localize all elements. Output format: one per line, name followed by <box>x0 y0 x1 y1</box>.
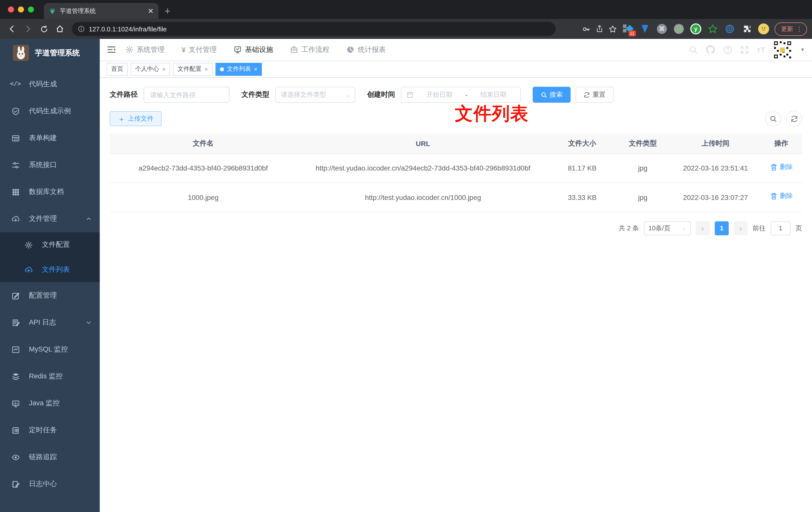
start-date-input[interactable]: 开始日期 <box>417 90 461 99</box>
reload-icon[interactable] <box>37 22 51 36</box>
window-controls[interactable] <box>8 6 34 12</box>
tab-close-icon[interactable]: ✕ <box>148 7 154 15</box>
eye-icon <box>11 453 20 461</box>
tag-个人中心[interactable]: 个人中心× <box>131 63 170 76</box>
extension-record-icon[interactable] <box>673 23 685 35</box>
sidebar-item-label: 配置管理 <box>29 291 92 300</box>
file-type-select[interactable]: 请选择文件类型 ⌄ <box>275 87 355 103</box>
delete-button[interactable]: 删除 <box>770 162 793 173</box>
extension-target-icon[interactable] <box>724 23 736 35</box>
prev-page-button[interactable]: ‹ <box>696 221 710 235</box>
sidebar-item-config-manage[interactable]: 配置管理 <box>0 282 100 309</box>
browser-tab[interactable]: 芋道管理系统 ✕ <box>44 3 158 19</box>
user-avatar[interactable] <box>773 40 792 59</box>
top-menu-report[interactable]: 统计报表 <box>346 45 386 54</box>
next-page-button[interactable]: › <box>734 221 748 235</box>
sidebar-item-file-config[interactable]: 文件配置 <box>0 232 100 257</box>
top-menu-system[interactable]: 系统管理 <box>125 45 165 54</box>
sidebar-item-java-monitor[interactable]: Java 监控 <box>0 390 100 417</box>
tag-label: 文件配置 <box>178 65 202 73</box>
password-key-icon[interactable] <box>582 25 590 33</box>
bookmark-star-icon[interactable] <box>609 25 617 33</box>
top-menu-infra[interactable]: 基础设施 <box>234 45 273 54</box>
sidebar-item-system-api[interactable]: 系统接口 <box>0 152 100 179</box>
github-icon[interactable] <box>705 45 715 54</box>
browser-update-button[interactable]: 更新 ⋮ <box>775 22 807 36</box>
top-menu-pay[interactable]: ¥支付管理 <box>181 45 217 54</box>
top-menu-workflow[interactable]: 工作流程 <box>290 45 329 54</box>
share-icon[interactable] <box>596 25 604 33</box>
goto-page-input[interactable] <box>771 221 790 235</box>
delete-button[interactable]: 删除 <box>770 191 793 202</box>
minimize-window-button[interactable] <box>18 6 24 12</box>
app-window: 芋道管理系统 </>代码生成代码生成示例表单构建系统接口数据库文档文件管理文件配… <box>0 39 812 512</box>
tag-label: 个人中心 <box>135 65 159 73</box>
type-cell: jpg <box>615 154 670 183</box>
profile-avatar-icon[interactable] <box>758 23 770 35</box>
sidebar-item-redis-monitor[interactable]: Redis 监控 <box>0 363 100 390</box>
close-window-button[interactable] <box>8 6 14 12</box>
font-size-icon[interactable]: ᴛT <box>757 46 765 54</box>
pagination: 共 2 条 10条/页 ⌄ ‹ 1 › 前往 页 <box>110 221 802 235</box>
sidebar-item-file-manage[interactable]: 文件管理 <box>0 205 100 232</box>
dashboard-icon <box>346 46 355 54</box>
new-tab-button[interactable]: + <box>165 5 170 17</box>
site-info-icon[interactable] <box>78 25 85 32</box>
column-header: 文件名 <box>110 133 297 154</box>
end-date-input[interactable]: 结束日期 <box>471 90 515 99</box>
schedule-icon <box>11 426 20 434</box>
fullscreen-icon[interactable] <box>740 45 749 54</box>
sidebar-item-log-center[interactable]: 日志中心 <box>0 471 100 498</box>
address-bar[interactable]: 127.0.0.1:1024/infra/file/file <box>72 22 556 36</box>
reset-button[interactable]: 重置 <box>576 87 613 103</box>
column-header: 操作 <box>760 133 802 154</box>
search-icon[interactable] <box>689 45 698 54</box>
home-icon[interactable] <box>53 22 67 36</box>
tag-close-icon[interactable]: × <box>254 65 257 72</box>
extension-y-icon[interactable]: y <box>690 23 702 35</box>
sidebar-item-code-demo[interactable]: 代码生成示例 <box>0 98 100 125</box>
extensions-puzzle-icon[interactable] <box>741 23 753 35</box>
tag-close-icon[interactable]: × <box>204 65 208 72</box>
back-icon[interactable] <box>5 22 19 36</box>
page-size-select[interactable]: 10条/页 ⌄ <box>644 221 691 235</box>
toggle-search-button[interactable] <box>765 111 781 127</box>
tag-首页[interactable]: 首页 <box>107 63 128 76</box>
sidebar-item-job[interactable]: 定时任务 <box>0 417 100 444</box>
page-1-button[interactable]: 1 <box>715 221 729 235</box>
menu-fold-icon[interactable] <box>107 45 116 54</box>
extension-star-icon[interactable] <box>707 23 719 35</box>
sidebar-item-form-build[interactable]: 表单构建 <box>0 125 100 152</box>
sidebar-item-mysql-monitor[interactable]: MySQL 监控 <box>0 336 100 363</box>
search-button[interactable]: 搜索 <box>533 87 571 103</box>
extension-gem-icon[interactable] <box>639 23 651 35</box>
top-menu-label: 工作流程 <box>301 45 329 54</box>
forward-icon[interactable] <box>21 22 35 36</box>
column-header: 上传时间 <box>671 133 761 154</box>
upload-file-button[interactable]: ＋ 上传文件 <box>110 111 162 126</box>
sidebar-item-db-doc[interactable]: 数据库文档 <box>0 179 100 205</box>
extension-wappalyzer-icon[interactable]: 11 <box>622 23 634 35</box>
note-edit-icon <box>11 480 20 488</box>
sidebar-item-file-list[interactable]: 文件列表 <box>0 257 100 282</box>
kebab-menu-icon[interactable]: ⋮ <box>796 25 803 33</box>
sidebar-item-trace[interactable]: 链路追踪 <box>0 444 100 471</box>
date-range-picker[interactable]: 开始日期 - 结束日期 <box>401 87 521 103</box>
browser-toolbar: 127.0.0.1:1024/infra/file/file 11 ⌘ y <box>0 19 812 39</box>
help-icon[interactable] <box>723 45 732 54</box>
extension-command-icon[interactable]: ⌘ <box>656 23 668 35</box>
file-path-input[interactable] <box>144 87 229 103</box>
column-header: URL <box>297 133 549 154</box>
tag-close-icon[interactable]: × <box>162 65 166 72</box>
trash-icon <box>770 192 778 201</box>
action-cell: 删除 <box>760 183 802 212</box>
sidebar-logo[interactable]: 芋道管理系统 <box>0 39 100 67</box>
sidebar-item-label: 数据库文档 <box>29 187 92 197</box>
sidebar-item-api-log[interactable]: API 日志 <box>0 309 100 336</box>
tag-文件列表[interactable]: 文件列表× <box>215 63 262 76</box>
tag-文件配置[interactable]: 文件配置× <box>173 63 212 76</box>
chevron-down-icon[interactable]: ▼ <box>800 47 805 52</box>
sidebar-item-code-gen[interactable]: </>代码生成 <box>0 71 100 98</box>
maximize-window-button[interactable] <box>28 6 34 12</box>
refresh-table-button[interactable] <box>786 111 802 127</box>
